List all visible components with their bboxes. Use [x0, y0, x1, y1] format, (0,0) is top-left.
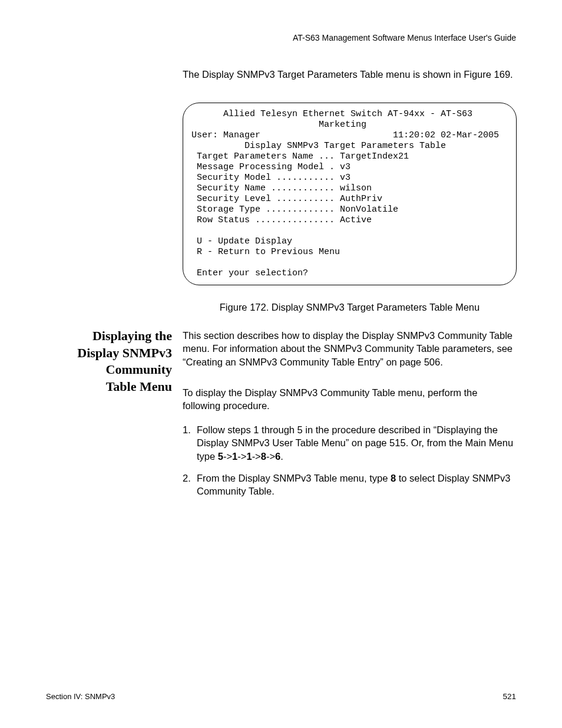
section-side-heading: Displaying the Display SNMPv3 Community … — [46, 328, 172, 395]
terminal-row-sec-name: Security Name ............ wilson — [191, 183, 372, 193]
terminal-row-target-params: Target Parameters Name ... TargetIndex21 — [191, 151, 409, 162]
terminal-row-sec-level: Security Level ........... AuthPriv — [191, 194, 382, 204]
terminal-option-return: R - Return to Previous Menu — [191, 247, 340, 257]
step-2: 2.From the Display SNMPv3 Table menu, ty… — [183, 472, 517, 498]
terminal-subtitle: Display SNMPv3 Target Parameters Table — [191, 141, 446, 151]
figure-caption: Figure 172. Display SNMPv3 Target Parame… — [183, 302, 517, 313]
header-guide-title: AT-S63 Management Software Menus Interfa… — [293, 33, 516, 42]
terminal-option-update: U - Update Display — [191, 236, 292, 246]
page: AT-S63 Management Software Menus Interfa… — [0, 0, 562, 728]
step-1-number: 1. — [183, 423, 197, 436]
body-paragraph-1: This section describes how to display th… — [183, 329, 517, 368]
terminal-row-storage: Storage Type ............. NonVolatile — [191, 205, 398, 215]
footer-section-label: Section IV: SNMPv3 — [46, 692, 115, 701]
terminal-row-sec-model: Security Model ........... v3 — [191, 173, 351, 183]
terminal-row-msg-proc: Message Processing Model . v3 — [191, 162, 351, 172]
terminal-prompt: Enter your selection? — [191, 268, 308, 278]
step-1: 1.Follow steps 1 through 5 in the proced… — [183, 423, 517, 463]
terminal-user-line: User: Manager 11:20:02 02-Mar-2005 — [191, 130, 499, 140]
step-1-body: Follow steps 1 through 5 in the procedur… — [197, 423, 515, 463]
terminal-screenshot: Allied Telesyn Ethernet Switch AT-94xx -… — [183, 103, 517, 285]
terminal-row-status: Row Status ............... Active — [191, 215, 372, 225]
footer-page-number: 521 — [503, 692, 516, 701]
terminal-title-line1: Allied Telesyn Ethernet Switch AT-94xx -… — [191, 109, 472, 130]
step-2-body: From the Display SNMPv3 Table menu, type… — [197, 472, 515, 498]
intro-paragraph: The Display SNMPv3 Target Parameters Tab… — [183, 68, 515, 81]
terminal-content: Allied Telesyn Ethernet Switch AT-94xx -… — [191, 109, 508, 279]
body-paragraph-2: To display the Display SNMPv3 Community … — [183, 386, 517, 413]
step-2-number: 2. — [183, 472, 197, 485]
